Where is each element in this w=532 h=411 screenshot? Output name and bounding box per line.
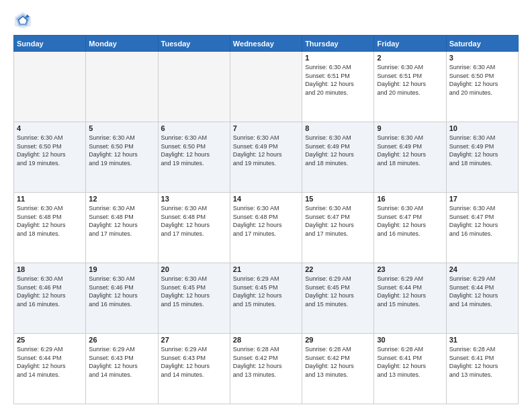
- calendar-cell: 31Sunrise: 6:28 AM Sunset: 6:41 PM Dayli…: [446, 334, 518, 404]
- day-number: 20: [161, 265, 227, 273]
- calendar-cell: 14Sunrise: 6:30 AM Sunset: 6:48 PM Dayli…: [230, 193, 302, 263]
- day-number: 22: [305, 265, 371, 273]
- day-number: 16: [377, 195, 443, 203]
- calendar-cell: 27Sunrise: 6:29 AM Sunset: 6:43 PM Dayli…: [158, 334, 230, 404]
- header-row: SundayMondayTuesdayWednesdayThursdayFrid…: [14, 36, 519, 52]
- calendar-cell: 3Sunrise: 6:30 AM Sunset: 6:50 PM Daylig…: [446, 52, 518, 122]
- day-info: Sunrise: 6:30 AM Sunset: 6:47 PM Dayligh…: [377, 204, 443, 238]
- week-row-3: 11Sunrise: 6:30 AM Sunset: 6:48 PM Dayli…: [14, 193, 519, 263]
- day-info: Sunrise: 6:29 AM Sunset: 6:45 PM Dayligh…: [233, 275, 299, 308]
- calendar-cell: 4Sunrise: 6:30 AM Sunset: 6:50 PM Daylig…: [14, 122, 86, 193]
- calendar-cell: 2Sunrise: 6:30 AM Sunset: 6:51 PM Daylig…: [374, 52, 446, 122]
- day-info: Sunrise: 6:30 AM Sunset: 6:47 PM Dayligh…: [449, 204, 515, 238]
- day-number: 6: [161, 124, 227, 132]
- day-info: Sunrise: 6:30 AM Sunset: 6:46 PM Dayligh…: [17, 275, 83, 308]
- day-number: 28: [233, 336, 299, 344]
- day-info: Sunrise: 6:30 AM Sunset: 6:49 PM Dayligh…: [377, 134, 443, 167]
- day-number: 14: [233, 195, 299, 203]
- calendar-cell: 23Sunrise: 6:29 AM Sunset: 6:44 PM Dayli…: [374, 263, 446, 334]
- calendar: SundayMondayTuesdayWednesdayThursdayFrid…: [13, 35, 519, 404]
- day-number: 23: [377, 265, 443, 273]
- day-number: 25: [17, 336, 83, 344]
- day-number: 26: [89, 336, 154, 344]
- calendar-cell: 29Sunrise: 6:28 AM Sunset: 6:42 PM Dayli…: [302, 334, 374, 404]
- day-info: Sunrise: 6:30 AM Sunset: 6:50 PM Dayligh…: [161, 134, 227, 167]
- day-number: 4: [17, 124, 83, 132]
- week-row-1: 1Sunrise: 6:30 AM Sunset: 6:51 PM Daylig…: [14, 52, 519, 122]
- day-header-saturday: Saturday: [446, 36, 518, 52]
- day-info: Sunrise: 6:30 AM Sunset: 6:51 PM Dayligh…: [305, 63, 371, 97]
- calendar-cell: 26Sunrise: 6:29 AM Sunset: 6:43 PM Dayli…: [86, 334, 158, 404]
- day-info: Sunrise: 6:30 AM Sunset: 6:50 PM Dayligh…: [89, 134, 154, 167]
- day-number: 7: [233, 124, 299, 132]
- day-info: Sunrise: 6:30 AM Sunset: 6:49 PM Dayligh…: [449, 134, 515, 167]
- day-number: 2: [377, 54, 443, 62]
- week-row-5: 25Sunrise: 6:29 AM Sunset: 6:44 PM Dayli…: [14, 334, 519, 404]
- day-info: Sunrise: 6:29 AM Sunset: 6:44 PM Dayligh…: [449, 275, 515, 308]
- calendar-cell: 8Sunrise: 6:30 AM Sunset: 6:49 PM Daylig…: [302, 122, 374, 193]
- calendar-cell: 22Sunrise: 6:29 AM Sunset: 6:45 PM Dayli…: [302, 263, 374, 334]
- day-info: Sunrise: 6:30 AM Sunset: 6:50 PM Dayligh…: [449, 63, 515, 97]
- day-number: 17: [449, 195, 515, 203]
- day-info: Sunrise: 6:28 AM Sunset: 6:42 PM Dayligh…: [305, 345, 371, 379]
- day-info: Sunrise: 6:28 AM Sunset: 6:41 PM Dayligh…: [449, 345, 515, 379]
- calendar-cell: 13Sunrise: 6:30 AM Sunset: 6:48 PM Dayli…: [158, 193, 230, 263]
- day-info: Sunrise: 6:30 AM Sunset: 6:48 PM Dayligh…: [17, 204, 83, 238]
- day-number: 30: [377, 336, 443, 344]
- day-info: Sunrise: 6:29 AM Sunset: 6:43 PM Dayligh…: [161, 345, 227, 379]
- day-info: Sunrise: 6:28 AM Sunset: 6:42 PM Dayligh…: [233, 345, 299, 379]
- header: [13, 11, 519, 30]
- day-header-thursday: Thursday: [302, 36, 374, 52]
- day-number: 12: [89, 195, 154, 203]
- calendar-cell: 24Sunrise: 6:29 AM Sunset: 6:44 PM Dayli…: [446, 263, 518, 334]
- day-header-monday: Monday: [86, 36, 158, 52]
- calendar-cell: 30Sunrise: 6:28 AM Sunset: 6:41 PM Dayli…: [374, 334, 446, 404]
- day-info: Sunrise: 6:30 AM Sunset: 6:47 PM Dayligh…: [305, 204, 371, 238]
- day-number: 1: [305, 54, 371, 62]
- calendar-cell: 19Sunrise: 6:30 AM Sunset: 6:46 PM Dayli…: [86, 263, 158, 334]
- calendar-cell: [230, 52, 302, 122]
- day-info: Sunrise: 6:30 AM Sunset: 6:51 PM Dayligh…: [377, 63, 443, 97]
- week-row-2: 4Sunrise: 6:30 AM Sunset: 6:50 PM Daylig…: [14, 122, 519, 193]
- logo-icon: [13, 11, 32, 30]
- day-number: 9: [377, 124, 443, 132]
- day-header-sunday: Sunday: [14, 36, 86, 52]
- calendar-cell: 28Sunrise: 6:28 AM Sunset: 6:42 PM Dayli…: [230, 334, 302, 404]
- day-header-tuesday: Tuesday: [158, 36, 230, 52]
- day-info: Sunrise: 6:30 AM Sunset: 6:50 PM Dayligh…: [17, 134, 83, 167]
- calendar-cell: 12Sunrise: 6:30 AM Sunset: 6:48 PM Dayli…: [86, 193, 158, 263]
- week-row-4: 18Sunrise: 6:30 AM Sunset: 6:46 PM Dayli…: [14, 263, 519, 334]
- day-header-wednesday: Wednesday: [230, 36, 302, 52]
- day-info: Sunrise: 6:29 AM Sunset: 6:44 PM Dayligh…: [17, 345, 83, 379]
- calendar-cell: 21Sunrise: 6:29 AM Sunset: 6:45 PM Dayli…: [230, 263, 302, 334]
- day-number: 19: [89, 265, 154, 273]
- day-info: Sunrise: 6:29 AM Sunset: 6:44 PM Dayligh…: [377, 275, 443, 308]
- day-number: 21: [233, 265, 299, 273]
- day-info: Sunrise: 6:30 AM Sunset: 6:49 PM Dayligh…: [233, 134, 299, 167]
- calendar-cell: 17Sunrise: 6:30 AM Sunset: 6:47 PM Dayli…: [446, 193, 518, 263]
- day-number: 27: [161, 336, 227, 344]
- calendar-cell: 1Sunrise: 6:30 AM Sunset: 6:51 PM Daylig…: [302, 52, 374, 122]
- calendar-cell: [86, 52, 158, 122]
- calendar-cell: 18Sunrise: 6:30 AM Sunset: 6:46 PM Dayli…: [14, 263, 86, 334]
- day-number: 13: [161, 195, 227, 203]
- day-number: 29: [305, 336, 371, 344]
- page: SundayMondayTuesdayWednesdayThursdayFrid…: [0, 0, 532, 411]
- day-number: 5: [89, 124, 154, 132]
- day-number: 3: [449, 54, 515, 62]
- calendar-cell: 11Sunrise: 6:30 AM Sunset: 6:48 PM Dayli…: [14, 193, 86, 263]
- calendar-cell: 6Sunrise: 6:30 AM Sunset: 6:50 PM Daylig…: [158, 122, 230, 193]
- calendar-cell: [158, 52, 230, 122]
- day-number: 18: [17, 265, 83, 273]
- day-info: Sunrise: 6:28 AM Sunset: 6:41 PM Dayligh…: [377, 345, 443, 379]
- calendar-cell: 16Sunrise: 6:30 AM Sunset: 6:47 PM Dayli…: [374, 193, 446, 263]
- calendar-cell: 20Sunrise: 6:30 AM Sunset: 6:45 PM Dayli…: [158, 263, 230, 334]
- day-info: Sunrise: 6:30 AM Sunset: 6:48 PM Dayligh…: [161, 204, 227, 238]
- day-info: Sunrise: 6:29 AM Sunset: 6:43 PM Dayligh…: [89, 345, 154, 379]
- logo: [13, 11, 35, 30]
- calendar-cell: 25Sunrise: 6:29 AM Sunset: 6:44 PM Dayli…: [14, 334, 86, 404]
- calendar-cell: 7Sunrise: 6:30 AM Sunset: 6:49 PM Daylig…: [230, 122, 302, 193]
- day-number: 8: [305, 124, 371, 132]
- day-number: 10: [449, 124, 515, 132]
- day-info: Sunrise: 6:30 AM Sunset: 6:48 PM Dayligh…: [233, 204, 299, 238]
